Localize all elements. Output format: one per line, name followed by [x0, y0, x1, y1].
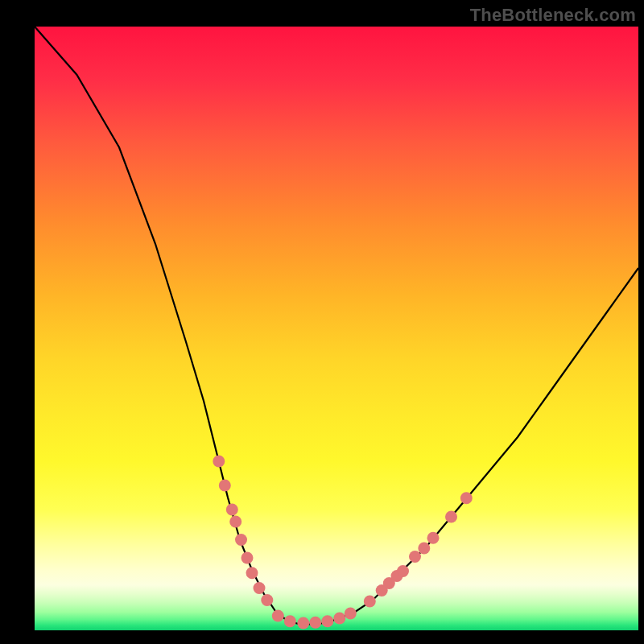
- data-point: [242, 552, 254, 564]
- data-point: [284, 615, 296, 627]
- data-point: [460, 492, 473, 504]
- data-point: [427, 532, 440, 544]
- data-point: [321, 615, 333, 627]
- data-point: [219, 480, 231, 492]
- bottleneck-curve: [35, 27, 638, 625]
- data-point: [297, 617, 309, 630]
- data-point: [226, 504, 238, 516]
- data-point: [418, 543, 430, 555]
- watermark-text: TheBottleneck.com: [470, 5, 636, 26]
- data-point: [235, 534, 247, 546]
- data-point: [261, 594, 273, 606]
- data-points: [213, 456, 473, 630]
- data-point: [364, 596, 376, 608]
- plot-area: [35, 27, 638, 630]
- data-point: [345, 608, 357, 620]
- data-point: [409, 551, 421, 563]
- chart-frame: TheBottleneck.com: [0, 0, 644, 644]
- data-point: [213, 456, 225, 468]
- data-point: [246, 567, 258, 579]
- data-point: [229, 516, 242, 528]
- data-point: [333, 613, 345, 625]
- data-point: [254, 582, 266, 594]
- data-point: [272, 610, 284, 622]
- data-point: [397, 565, 409, 577]
- bottleneck-curve-layer: [35, 27, 638, 630]
- data-point: [445, 511, 457, 523]
- data-point: [309, 617, 321, 629]
